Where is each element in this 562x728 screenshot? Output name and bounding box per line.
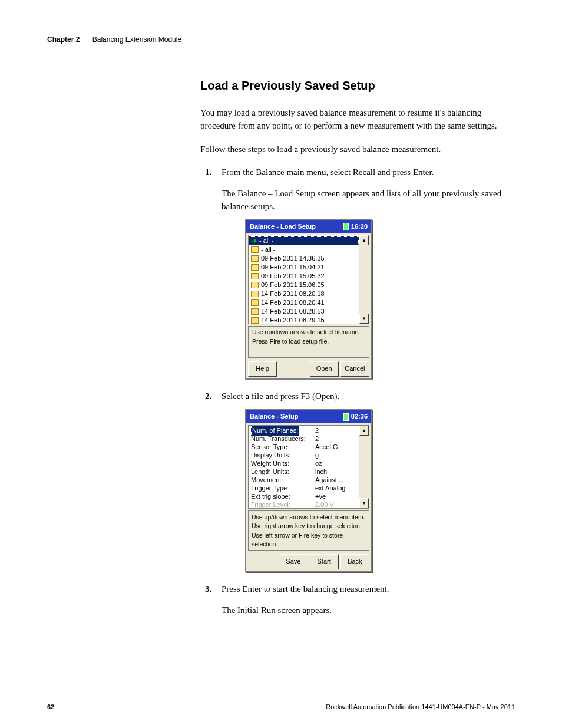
list-item[interactable]: ➔ - all - xyxy=(249,236,359,245)
running-header: Chapter 2 Balancing Extension Module xyxy=(47,35,515,44)
device-balance-setup: Balance - Setup 02:36 Num. of Planes: 2 xyxy=(245,409,372,572)
item-label: 09 Feb 2011 15.05.32 xyxy=(261,272,325,281)
setup-row[interactable]: Weight Units: oz xyxy=(251,460,356,468)
item-label: 09 Feb 2011 15.06.05 xyxy=(261,281,325,290)
row-label: Trigger Level: xyxy=(251,500,315,508)
list-item[interactable]: 09 Feb 2011 14.36.35 xyxy=(249,254,359,263)
scrollbar[interactable]: ▲ ▼ xyxy=(359,426,369,508)
list-item[interactable]: 14 Feb 2011 08.28.53 xyxy=(249,307,359,316)
item-label: 14 Feb 2011 08.28.53 xyxy=(261,307,325,317)
folder-icon xyxy=(251,255,259,262)
start-button[interactable]: Start xyxy=(310,554,339,569)
setup-row[interactable]: Trigger Type: ext Analog xyxy=(251,485,356,493)
scrollbar[interactable]: ▲ ▼ xyxy=(359,235,369,324)
step-number: 3. xyxy=(205,583,211,596)
button-row: Save Start Back xyxy=(246,552,371,571)
setup-row[interactable]: Num. Transducers: 2 xyxy=(251,435,356,443)
open-button[interactable]: Open xyxy=(310,361,339,377)
titlebar: Balance - Setup 02:36 xyxy=(246,410,371,423)
battery-icon xyxy=(343,223,349,230)
list-item[interactable]: 09 Feb 2011 15.06.05 xyxy=(249,281,359,289)
setup-row[interactable]: Num. of Planes: 2 xyxy=(251,427,356,435)
folder-icon xyxy=(251,273,259,279)
setup-row[interactable]: Trigger Level: 2.00 V xyxy=(251,501,356,508)
item-label: 14 Feb 2011 08.29.15 xyxy=(261,316,325,324)
folder-icon xyxy=(251,246,259,253)
setup-row[interactable]: Movement: Against ... xyxy=(251,476,356,485)
step-text: From the Balance main menu, select Recal… xyxy=(222,167,434,177)
setup-row[interactable]: Length Units: inch xyxy=(251,468,356,476)
cancel-button[interactable]: Cancel xyxy=(340,361,369,377)
step-subtext: The Initial Run screen appears. xyxy=(222,604,515,617)
item-label: 14 Feb 2011 08.20.18 xyxy=(261,289,325,299)
arrow-icon: ➔ xyxy=(252,236,257,246)
info-line: Use up/down arrows to select menu item. xyxy=(252,513,366,522)
setup-row[interactable]: Ext trig slope: +ve xyxy=(251,493,356,501)
battery-icon xyxy=(343,413,349,421)
step-number: 2. xyxy=(205,390,211,403)
info-line: Press Fire to load setup file. xyxy=(252,337,365,346)
save-button[interactable]: Save xyxy=(279,554,308,569)
step-2: 2. Select a file and press F3 (Open). Ba… xyxy=(200,390,515,572)
publication-info: Rockwell Automation Publication 1441-UM0… xyxy=(326,703,515,710)
window-title: Balance - Load Setup xyxy=(250,222,316,232)
scroll-down-button[interactable]: ▼ xyxy=(359,498,369,508)
scroll-track[interactable] xyxy=(359,245,369,314)
intro-paragraph-1: You may load a previously saved balance … xyxy=(200,107,515,133)
setup-row[interactable]: Display Units: g xyxy=(251,452,356,460)
step-text: Select a file and press F3 (Open). xyxy=(222,391,339,401)
scroll-up-button[interactable]: ▲ xyxy=(359,235,369,245)
page-footer: 62 Rockwell Automation Publication 1441-… xyxy=(47,703,515,710)
info-line: Use up/down arrows to select filename. xyxy=(252,328,365,337)
list-item[interactable]: 14 Feb 2011 08.20.41 xyxy=(249,298,359,307)
item-label: 14 Feb 2011 08.20.41 xyxy=(261,298,325,308)
scroll-down-button[interactable]: ▼ xyxy=(359,314,369,324)
setup-row[interactable]: Sensor Type: Accel G xyxy=(251,443,356,452)
list-item[interactable]: 09 Feb 2011 15.04.21 xyxy=(249,263,359,272)
step-text: Press Enter to start the balancing measu… xyxy=(222,584,389,594)
clock-time: 02:36 xyxy=(351,412,368,421)
chapter-label: Chapter 2 xyxy=(47,35,80,44)
chapter-title: Balancing Extension Module xyxy=(92,35,181,44)
setup-panel: Num. of Planes: 2 Num. Transducers: 2 Se… xyxy=(248,425,369,509)
window-title: Balance - Setup xyxy=(250,412,299,421)
step-subtext: The Balance – Load Setup screen appears … xyxy=(222,187,515,213)
folder-icon xyxy=(251,282,259,288)
help-button[interactable]: Help xyxy=(248,361,277,377)
intro-paragraph-2: Follow these steps to load a previously … xyxy=(200,143,515,156)
folder-icon xyxy=(251,299,259,306)
section-heading: Load a Previously Saved Setup xyxy=(200,79,515,93)
page-number: 62 xyxy=(47,703,54,710)
back-button[interactable]: Back xyxy=(340,554,369,569)
list-item[interactable]: 14 Feb 2011 08.20.18 xyxy=(249,289,359,298)
item-label: - all - xyxy=(261,245,275,255)
folder-icon xyxy=(251,317,259,324)
list-item[interactable]: - all - xyxy=(249,245,359,254)
item-label: 09 Feb 2011 15.04.21 xyxy=(261,263,325,272)
step-3: 3. Press Enter to start the balancing me… xyxy=(200,583,515,617)
file-list-panel: ➔ - all - - all - 09 Feb 2011 14.36.35 xyxy=(248,235,369,324)
file-list[interactable]: ➔ - all - - all - 09 Feb 2011 14.36.35 xyxy=(249,235,359,324)
info-line: Use right arrow key to change selection. xyxy=(252,522,366,531)
folder-icon xyxy=(251,264,259,271)
button-row: Help Open Cancel xyxy=(246,360,371,378)
scroll-up-button[interactable]: ▲ xyxy=(359,426,369,436)
info-text: Use up/down arrows to select filename. P… xyxy=(248,326,369,358)
step-number: 1. xyxy=(205,166,211,179)
scroll-track[interactable] xyxy=(359,436,369,498)
item-label: - all - xyxy=(259,236,273,246)
step-1: 1. From the Balance main menu, select Re… xyxy=(200,166,515,380)
setup-rows[interactable]: Num. of Planes: 2 Num. Transducers: 2 Se… xyxy=(249,426,359,508)
info-text: Use up/down arrows to select menu item. … xyxy=(248,510,369,551)
info-line: Use left arrow or Fire key to store sele… xyxy=(252,531,366,549)
row-value: 2.00 V xyxy=(315,500,356,508)
clock-time: 16:20 xyxy=(351,222,368,232)
list-item[interactable]: 14 Feb 2011 08.29.15 xyxy=(249,316,359,324)
folder-icon xyxy=(251,291,259,297)
item-label: 09 Feb 2011 14.36.35 xyxy=(261,254,325,263)
titlebar: Balance - Load Setup 16:20 xyxy=(246,220,371,233)
folder-icon xyxy=(251,308,259,315)
clock: 02:36 xyxy=(343,412,368,421)
device-load-setup: Balance - Load Setup 16:20 ➔ - all - xyxy=(245,219,372,380)
list-item[interactable]: 09 Feb 2011 15.05.32 xyxy=(249,272,359,281)
